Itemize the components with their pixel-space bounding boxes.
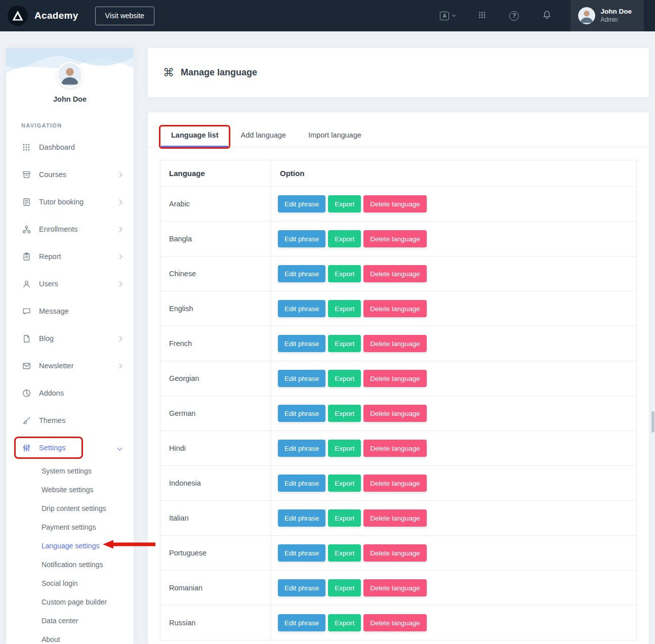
edit-phrase-button[interactable]: Edit phrase [278, 265, 325, 282]
delete-language-button[interactable]: Delete language [363, 370, 426, 387]
table-row-georgian: GeorgianEdit phraseExportDelete language [160, 361, 637, 396]
sidebar-item-users[interactable]: Users [6, 270, 134, 297]
export-button[interactable]: Export [328, 335, 361, 352]
option-cell: Edit phraseExportDelete language [271, 466, 637, 501]
submenu-item-label: Notification settings [42, 561, 103, 569]
edit-phrase-button[interactable]: Edit phrase [278, 544, 325, 562]
submenu-item-notification-settings[interactable]: Notification settings [6, 555, 134, 574]
sidebar-item-blog[interactable]: Blog [6, 325, 134, 352]
sidebar-item-message[interactable]: Message [6, 297, 134, 325]
delete-language-button[interactable]: Delete language [363, 440, 426, 457]
delete-language-button[interactable]: Delete language [363, 335, 426, 352]
submenu-item-data-center[interactable]: Data center [6, 611, 134, 630]
delete-language-button[interactable]: Delete language [363, 300, 426, 317]
apps-grid-button[interactable] [467, 0, 498, 31]
sidebar-item-tutor-booking[interactable]: Tutor booking [6, 188, 134, 216]
edit-phrase-button[interactable]: Edit phrase [278, 370, 325, 387]
language-table: Language Option ArabicEdit phraseExportD… [160, 160, 637, 640]
submenu-item-payment-settings[interactable]: Payment settings [6, 518, 134, 536]
option-cell: Edit phraseExportDelete language [271, 536, 637, 571]
submenu-item-about[interactable]: About [6, 630, 134, 644]
option-cell: Edit phraseExportDelete language [271, 187, 637, 222]
export-button[interactable]: Export [328, 475, 361, 492]
visit-website-button[interactable]: Visit website [95, 7, 155, 25]
tab-import-language[interactable]: Import language [297, 124, 373, 147]
language-switch-button[interactable]: A [428, 0, 467, 31]
table-row-german: GermanEdit phraseExportDelete language [160, 396, 637, 431]
table-row-indonesia: IndonesiaEdit phraseExportDelete languag… [160, 466, 637, 501]
export-button[interactable]: Export [328, 265, 361, 282]
tab-language-list[interactable]: Language list [160, 124, 229, 147]
edit-phrase-button[interactable]: Edit phrase [278, 300, 325, 317]
edit-phrase-button[interactable]: Edit phrase [278, 440, 325, 457]
notifications-button[interactable] [530, 0, 563, 31]
sidebar-item-settings[interactable]: Settings [6, 434, 134, 461]
export-button[interactable]: Export [328, 300, 361, 317]
sidebar-item-enrollments[interactable]: Enrollments [6, 216, 134, 243]
export-button[interactable]: Export [328, 195, 361, 212]
edit-phrase-button[interactable]: Edit phrase [278, 195, 325, 212]
delete-language-button[interactable]: Delete language [363, 544, 426, 562]
sidebar-item-themes[interactable]: Themes [6, 407, 134, 434]
export-button[interactable]: Export [328, 405, 361, 422]
export-button[interactable]: Export [328, 440, 361, 457]
brand-title: Academy [34, 10, 78, 21]
export-button[interactable]: Export [328, 230, 361, 247]
topbar-user-menu[interactable]: John Doe Admin [570, 0, 644, 31]
submenu-item-social-login[interactable]: Social login [6, 574, 134, 592]
submenu-item-drip-content-settings[interactable]: Drip content settings [6, 499, 134, 518]
language-name: Arabic [160, 187, 271, 222]
submenu-item-label: Website settings [42, 486, 93, 494]
export-button[interactable]: Export [328, 614, 361, 631]
export-button[interactable]: Export [328, 370, 361, 387]
settings-icon [22, 444, 31, 452]
academy-logo-icon[interactable] [8, 6, 28, 26]
page-header-card: ⌘ Manage language [148, 48, 649, 97]
submenu-item-website-settings[interactable]: Website settings [6, 480, 134, 499]
language-name: Russian [160, 606, 271, 640]
delete-language-button[interactable]: Delete language [363, 509, 426, 527]
edit-phrase-button[interactable]: Edit phrase [278, 614, 325, 631]
delete-language-button[interactable]: Delete language [363, 579, 426, 596]
sidebar-avatar [58, 63, 81, 87]
scrollbar-thumb[interactable] [651, 411, 654, 433]
tab-add-language[interactable]: Add language [229, 124, 297, 147]
sidebar-item-label: Message [39, 307, 121, 315]
submenu-item-label: About [42, 635, 60, 643]
table-row-chinese: ChineseEdit phraseExportDelete language [160, 256, 637, 291]
help-button[interactable]: ? [498, 0, 530, 31]
delete-language-button[interactable]: Delete language [363, 265, 426, 282]
edit-phrase-button[interactable]: Edit phrase [278, 230, 325, 247]
submenu-item-label: System settings [42, 467, 92, 475]
newsletter-icon [22, 362, 31, 370]
edit-phrase-button[interactable]: Edit phrase [278, 509, 325, 527]
export-button[interactable]: Export [328, 509, 361, 527]
users-icon [22, 280, 31, 288]
sidebar-item-label: Blog [39, 334, 118, 342]
export-button[interactable]: Export [328, 544, 361, 562]
delete-language-button[interactable]: Delete language [363, 230, 426, 247]
submenu-item-custom-page-builder[interactable]: Custom page builder [6, 592, 134, 611]
sidebar-item-courses[interactable]: Courses [6, 161, 134, 188]
sidebar-item-report[interactable]: Report [6, 243, 134, 270]
submenu-item-system-settings[interactable]: System settings [6, 461, 134, 480]
sidebar-item-newsletter[interactable]: Newsletter [6, 352, 134, 379]
tabs: Language listAdd languageImport language [148, 124, 649, 147]
sidebar-item-dashboard[interactable]: Dashboard [6, 134, 134, 161]
delete-language-button[interactable]: Delete language [363, 614, 426, 631]
edit-phrase-button[interactable]: Edit phrase [278, 475, 325, 492]
edit-phrase-button[interactable]: Edit phrase [278, 335, 325, 352]
table-row-bangla: BanglaEdit phraseExportDelete language [160, 222, 637, 256]
delete-language-button[interactable]: Delete language [363, 475, 426, 492]
apps-grid-icon [478, 11, 486, 21]
command-icon: ⌘ [163, 67, 174, 78]
table-row-arabic: ArabicEdit phraseExportDelete language [160, 187, 637, 222]
delete-language-button[interactable]: Delete language [363, 195, 426, 212]
delete-language-button[interactable]: Delete language [363, 405, 426, 422]
sidebar-item-addons[interactable]: Addons [6, 379, 134, 407]
submenu-item-language-settings[interactable]: Language settings [6, 536, 134, 555]
edit-phrase-button[interactable]: Edit phrase [278, 579, 325, 596]
edit-phrase-button[interactable]: Edit phrase [278, 405, 325, 422]
export-button[interactable]: Export [328, 579, 361, 596]
chevron-down-icon [452, 13, 456, 17]
